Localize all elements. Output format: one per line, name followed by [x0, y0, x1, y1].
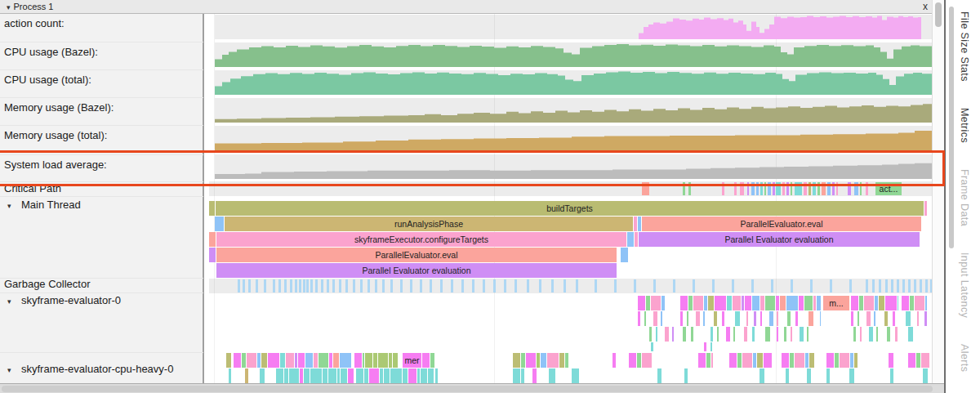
gc-tick	[248, 279, 251, 293]
thread-slice	[917, 311, 919, 326]
thread-slice	[369, 368, 379, 383]
thread-slice	[786, 368, 789, 383]
thread-slice	[541, 353, 546, 368]
gc-tick	[634, 279, 636, 293]
thread-span[interactable]: ParallelEvaluator.eval	[642, 217, 921, 231]
critical-path-bar	[804, 182, 807, 195]
collapse-process-icon[interactable]: ▾	[7, 3, 11, 11]
collapse-main-thread-icon[interactable]: ▾	[7, 202, 11, 210]
thread-span[interactable]: Parallel Evaluator evaluation	[216, 263, 617, 278]
thread-slice	[318, 353, 328, 368]
thread-slice	[923, 368, 928, 383]
counter-chart-3[interactable]	[206, 98, 932, 123]
thread-slice	[693, 296, 703, 310]
thread-slice	[421, 368, 427, 383]
thread-slice	[826, 368, 830, 383]
collapse-skyframe-cpu-heavy-icon[interactable]: ▾	[7, 366, 11, 374]
gc-tick	[310, 279, 313, 293]
thread-slice	[804, 296, 813, 310]
sidebar-scrollbar-thumb[interactable]	[949, 7, 954, 248]
counter-chart-0[interactable]	[206, 15, 932, 39]
critical-path-span[interactable]: act...	[875, 182, 902, 195]
thread-slice	[329, 353, 332, 368]
counter-chart-4[interactable]	[206, 126, 932, 150]
tab-metrics[interactable]: Metrics	[959, 108, 970, 143]
timeline-canvas[interactable]: ▾Process 1 x action count: CPU usage (Ba…	[0, 0, 932, 393]
gc-tick	[879, 279, 881, 293]
thread-slice	[752, 296, 760, 310]
thread-slice	[354, 353, 362, 368]
thread-slice	[853, 327, 856, 342]
thread-slice	[651, 296, 661, 310]
gc-tick	[400, 279, 403, 293]
thread-slice	[687, 311, 688, 326]
thread-slice	[298, 353, 305, 368]
counter-chart-1[interactable]	[206, 42, 932, 67]
tab-alerts[interactable]: Alerts	[959, 344, 970, 372]
gc-tick	[440, 279, 443, 293]
row-label-skyframe-evaluator-0[interactable]: skyframe-evaluator-0	[21, 294, 121, 306]
thread-span[interactable]: Parallel Evaluator evaluation	[639, 232, 920, 247]
gc-tick	[751, 279, 754, 293]
critical-path-bar	[786, 182, 789, 195]
thread-slice	[333, 353, 339, 368]
critical-path-bar	[751, 182, 755, 195]
horizontal-scrollbar[interactable]	[0, 383, 944, 393]
gc-tick	[925, 279, 928, 293]
thread-slice	[637, 353, 641, 368]
thread-slice	[910, 296, 914, 310]
thread-slice	[680, 296, 688, 310]
right-tab-strip: File Size Stats Metrics Frame Data Input…	[944, 0, 980, 393]
thread-slice	[337, 368, 340, 383]
thread-slice	[537, 353, 540, 368]
thread-slice	[373, 353, 377, 368]
gc-tick	[410, 279, 412, 293]
thread-slice	[328, 368, 336, 383]
thread-slice	[826, 353, 834, 368]
thread-slice	[708, 296, 714, 310]
thread-slice	[280, 353, 285, 368]
thread-slice	[733, 296, 741, 310]
vertical-scrollbar-thumb[interactable]	[935, 2, 942, 27]
process-header[interactable]: ▾Process 1 x	[0, 0, 932, 14]
thread-slice	[777, 327, 778, 342]
row-label-system-load: System load average:	[4, 159, 107, 171]
row-label-skyframe-cpu-heavy-0[interactable]: skyframe-evaluator-cpu-heavy-0	[21, 363, 173, 375]
thread-slice	[849, 368, 854, 383]
tab-frame-data[interactable]: Frame Data	[959, 169, 970, 226]
gc-tick	[284, 279, 287, 293]
row-label-main-thread[interactable]: Main Thread	[21, 199, 81, 211]
thread-slice	[915, 296, 924, 310]
thread-slice	[754, 311, 756, 326]
thread-span[interactable]: skyframeExecutor.configureTargets	[216, 232, 626, 247]
thread-slice	[389, 353, 392, 368]
gc-tick	[653, 279, 656, 293]
thread-slice	[289, 368, 299, 383]
thread-span[interactable]: m...	[823, 296, 849, 310]
vertical-scrollbar[interactable]	[932, 0, 944, 383]
thread-slice	[745, 296, 751, 310]
counter-chart-2[interactable]	[206, 70, 932, 95]
tab-input-latency[interactable]: Input Latency	[959, 252, 970, 318]
thread-slice	[866, 311, 871, 326]
critical-path-bar	[760, 182, 763, 195]
thread-span[interactable]: buildTargets	[216, 201, 924, 216]
close-process-button[interactable]: x	[920, 1, 931, 12]
thread-slice	[735, 311, 740, 326]
thread-slice	[875, 296, 878, 310]
thread-slice	[887, 327, 890, 342]
horizontal-scrollbar-thumb[interactable]	[2, 386, 933, 392]
thread-span-fragment	[621, 248, 628, 262]
tab-file-size-stats[interactable]: File Size Stats	[959, 11, 970, 82]
collapse-skyframe-evaluator-icon[interactable]: ▾	[7, 297, 11, 306]
gc-tick	[564, 279, 566, 293]
thread-slice	[876, 327, 878, 342]
thread-span[interactable]: ParallelEvaluator.eval	[216, 248, 617, 262]
thread-slice	[921, 353, 929, 368]
thread-span[interactable]: mer	[403, 353, 421, 368]
counter-chart-5[interactable]	[206, 154, 932, 179]
thread-slice	[924, 311, 927, 326]
critical-path-bar	[642, 182, 649, 195]
thread-span[interactable]: runAnalysisPhase	[225, 217, 633, 231]
thread-slice	[807, 368, 811, 383]
